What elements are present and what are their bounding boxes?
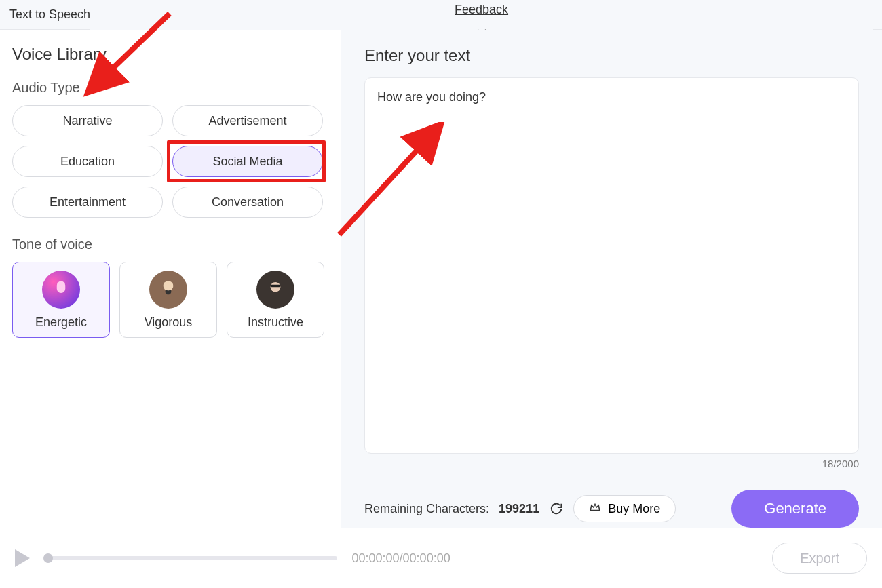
enter-text-label: Enter your text [364,46,859,65]
seek-slider[interactable] [45,556,337,560]
text-entry-panel: Enter your text How are you doing? 18/20… [341,30,882,528]
remaining-label: Remaining Characters: [364,502,489,516]
player-bar: 00:00:00/00:00:00 Export [0,528,882,588]
refresh-icon[interactable] [549,501,564,516]
tone-label: Tone of voice [12,237,328,252]
avatar-icon [149,271,187,309]
remaining-value: 199211 [499,502,539,516]
audio-type-conversation[interactable]: Conversation [172,187,323,218]
avatar-icon [42,271,80,309]
tone-instructive[interactable]: Instructive [227,262,324,338]
timecode: 00:00:00/00:00:00 [352,551,450,566]
voice-library-panel: Voice Library Audio Type Narrative Adver… [0,30,341,528]
buy-more-label: Buy More [608,502,660,516]
text-input[interactable]: How are you doing? [364,77,859,454]
svg-rect-2 [271,284,281,287]
tone-energetic[interactable]: Energetic [12,262,110,338]
tone-label-text: Energetic [35,315,87,330]
header-bar: Text to Speech Feedback ✕ [0,0,882,30]
feedback-link[interactable]: Feedback [455,3,508,17]
audio-type-advertisement[interactable]: Advertisement [172,105,323,136]
svg-point-0 [164,281,174,291]
tone-grid: Energetic Vigorous Instructive [12,262,328,338]
tone-label-text: Vigorous [145,315,193,330]
audio-type-grid: Narrative Advertisement Education Social… [12,105,328,218]
audio-type-label: Audio Type [12,80,328,96]
tone-label-text: Instructive [248,315,303,330]
audio-type-narrative[interactable]: Narrative [12,105,163,136]
buy-more-button[interactable]: Buy More [573,495,676,522]
generate-button[interactable]: Generate [731,490,859,528]
tone-vigorous[interactable]: Vigorous [119,262,217,338]
seek-thumb[interactable] [43,553,53,563]
voice-library-title: Voice Library [12,45,328,64]
audio-type-entertainment[interactable]: Entertainment [12,187,163,218]
play-icon[interactable] [15,549,30,567]
audio-type-education[interactable]: Education [12,146,163,177]
avatar-icon [256,271,294,309]
export-button[interactable]: Export [772,543,867,574]
window-title: Text to Speech [9,7,90,22]
audio-type-social-media[interactable]: Social Media [172,146,323,177]
crown-icon [589,501,601,517]
char-counter: 18/2000 [822,458,859,469]
